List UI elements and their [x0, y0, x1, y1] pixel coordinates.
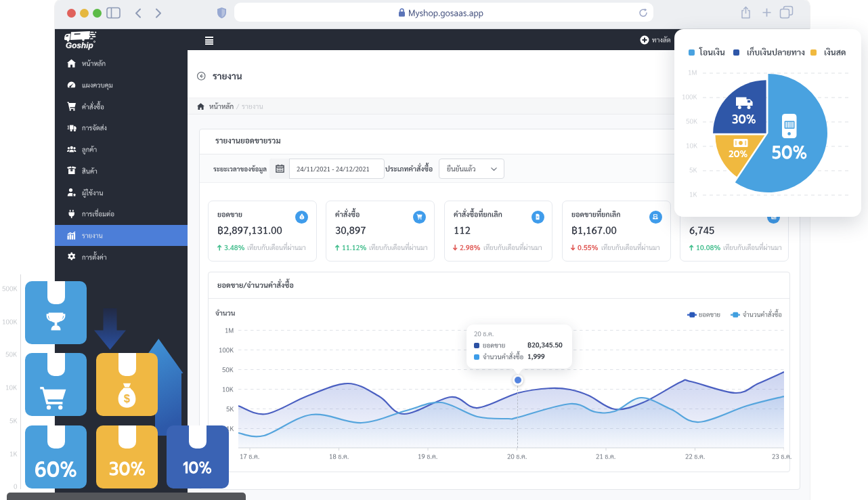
svg-text:$: $	[124, 392, 130, 404]
